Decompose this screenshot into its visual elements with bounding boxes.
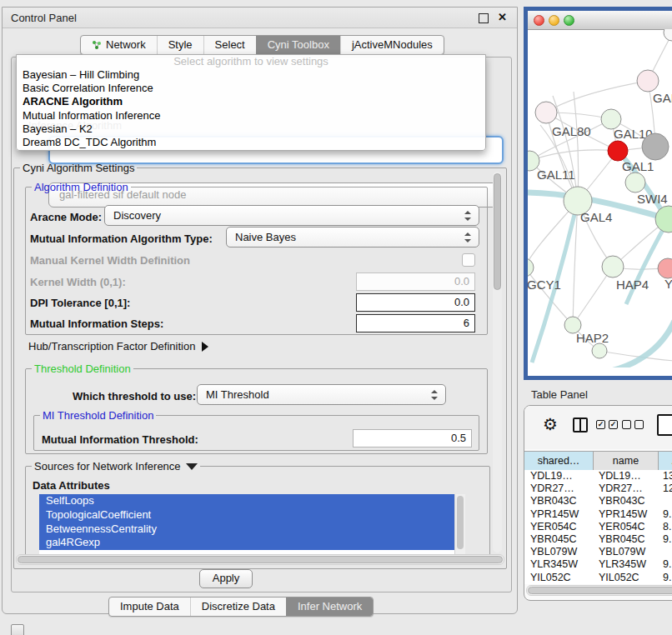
which-threshold-combo[interactable]: MI Threshold [197, 384, 446, 405]
kernel-width-label: Kernel Width (0,1): [30, 276, 126, 288]
data-attributes-list[interactable]: SelfLoopsTopologicalCoefficientBetweenne… [39, 494, 465, 554]
aracne-mode-combo[interactable]: Discovery [104, 205, 479, 226]
tab-impute-data[interactable]: Impute Data [109, 598, 190, 616]
network-node[interactable] [625, 172, 645, 192]
table-cell: 9. [657, 508, 672, 521]
table-header: shared…nameA [524, 451, 672, 471]
float-window-icon[interactable] [479, 13, 489, 23]
network-edge [529, 150, 618, 161]
hide-columns-icon[interactable] [622, 420, 644, 429]
network-node[interactable] [528, 258, 534, 277]
zoom-traffic-light-icon[interactable] [564, 15, 574, 26]
mi-type-label: Mutual Information Algorithm Type: [30, 232, 213, 245]
table-cell: YER054C [593, 521, 657, 533]
data-attribute-item[interactable]: SelfLoops [39, 494, 455, 508]
network-node-label: GAL11 [537, 168, 575, 182]
network-node[interactable] [664, 29, 672, 41]
table-cell: YBL079W [593, 546, 657, 558]
table-body: YDL19…YDL19…13YDR27…YDR27…12YBR043CYBR04… [524, 470, 672, 584]
show-columns-icon[interactable] [596, 420, 618, 429]
settings-horizontal-scrollbar[interactable] [16, 554, 504, 565]
table-row[interactable]: YLR345WYLR345W9. [524, 558, 672, 571]
network-node[interactable] [602, 256, 624, 278]
algorithm-option[interactable]: ARACNE Algorithm [17, 95, 485, 108]
table-row[interactable]: YER054CYER054C8. [524, 521, 672, 533]
scrollbar-thumb[interactable] [528, 587, 672, 594]
table-row[interactable]: YPR145WYPR145W9. [524, 508, 672, 521]
network-node[interactable] [592, 343, 607, 358]
algorithm-dropdown-popup: Select algorithm to view settings Bayesi… [16, 54, 486, 151]
network-node[interactable] [642, 133, 669, 160]
list-scrollbar[interactable] [454, 494, 465, 554]
tab-select[interactable]: Select [203, 36, 256, 54]
network-node-label: GAL [653, 91, 672, 105]
tab-label: Style [168, 36, 193, 54]
table-column-header[interactable]: A [659, 452, 672, 470]
which-threshold-value: MI Threshold [206, 388, 269, 401]
network-node[interactable] [608, 141, 628, 161]
tab-infer-network[interactable]: Infer Network [286, 598, 373, 616]
algorithm-option[interactable]: Basic Correlation Inference [17, 82, 485, 95]
algorithm-option[interactable]: Mutual Information Inference [17, 109, 485, 122]
mi-threshold-input[interactable]: 0.5 [353, 429, 472, 448]
tab-style[interactable]: Style [157, 36, 203, 54]
dpi-tolerance-label: DPI Tolerance [0,1]: [30, 297, 130, 309]
tab-discretize-data[interactable]: Discretize Data [190, 598, 286, 616]
tab-cyni-toolbox[interactable]: Cyni Toolbox [256, 36, 340, 54]
table-horizontal-scrollbar[interactable] [526, 585, 672, 596]
close-traffic-light-icon[interactable] [534, 15, 544, 26]
table-column-header[interactable]: name [594, 452, 659, 470]
algorithm-option[interactable]: Bayesian – K2 [17, 122, 485, 136]
network-node[interactable] [637, 70, 659, 92]
table-row[interactable]: YDL19…YDL19…13 [524, 470, 672, 482]
hub-definition-expander[interactable]: Hub/Transcription Factor Definition [28, 340, 208, 352]
tab-network[interactable]: Network [81, 36, 157, 54]
sources-expander[interactable]: Sources for Network Inference [32, 460, 200, 472]
network-icon [92, 40, 102, 50]
scrollbar-thumb[interactable] [18, 556, 503, 563]
export-table-icon[interactable] [657, 414, 672, 436]
mi-type-value: Naive Bayes [235, 231, 296, 243]
network-canvas[interactable]: GALGAL80GAL10GAL1GAL11SWI4GAL4GCY1HAP4YH… [528, 29, 672, 368]
settings-scrollbar[interactable] [493, 172, 502, 552]
table-row[interactable]: YDR27…YDR27…12 [524, 482, 672, 495]
data-attribute-item[interactable]: gal4RGexp [39, 536, 455, 550]
data-attribute-item[interactable]: TopologicalCoefficient [39, 508, 455, 522]
apply-button[interactable]: Apply [199, 569, 253, 588]
algorithm-option[interactable]: Dream8 DC_TDC Algorithm [17, 136, 485, 149]
which-threshold-label: Which threshold to use: [73, 390, 196, 402]
network-node[interactable] [658, 258, 672, 278]
mi-type-combo[interactable]: Naive Bayes [226, 227, 479, 248]
close-icon[interactable] [498, 11, 507, 23]
gear-icon[interactable] [543, 416, 558, 432]
table-row[interactable]: YBR043CYBR043C [524, 495, 672, 508]
manual-kernel-checkbox[interactable] [462, 253, 475, 267]
table-row[interactable]: YIL052CYIL052C9. [524, 572, 672, 584]
spinner-arrows-icon [431, 390, 438, 400]
spinner-arrows-icon [464, 232, 471, 242]
columns-icon[interactable] [573, 418, 588, 432]
data-attribute-item[interactable]: BetweennessCentrality [39, 522, 455, 537]
tab-jactivemnodules[interactable]: jActiveMNodules [340, 36, 444, 54]
network-node-label: GAL1 [622, 159, 654, 173]
table-row[interactable]: YBR045CYBR045C9. [524, 533, 672, 546]
aracne-mode-value: Discovery [113, 209, 161, 222]
mi-steps-input[interactable]: 6 [356, 314, 475, 332]
tab-label: Infer Network [298, 598, 362, 616]
table-column-header[interactable]: shared… [524, 452, 594, 470]
network-node[interactable] [655, 206, 672, 232]
table-cell: YBR045C [593, 533, 657, 546]
algorithm-option[interactable]: Bayesian – Hill Climbing [17, 68, 485, 82]
scrollbar-thumb[interactable] [494, 173, 501, 290]
control-panel-titlebar[interactable]: Control Panel [3, 8, 517, 28]
scrollbar-thumb[interactable] [457, 496, 464, 549]
kernel-width-input[interactable]: 0.0 [356, 272, 475, 291]
network-node[interactable] [535, 102, 557, 123]
table-row[interactable]: YBL079WYBL079W [524, 546, 672, 558]
dpi-tolerance-input[interactable]: 0.0 [356, 293, 475, 312]
minimize-traffic-light-icon[interactable] [549, 15, 559, 26]
mi-threshold-title: MI Threshold Definition [40, 409, 156, 422]
algorithm-popup-items: Bayesian – Hill ClimbingBasic Correlatio… [17, 68, 485, 149]
panel-dock-icon[interactable] [11, 624, 24, 635]
network-window-titlebar[interactable] [528, 11, 672, 30]
